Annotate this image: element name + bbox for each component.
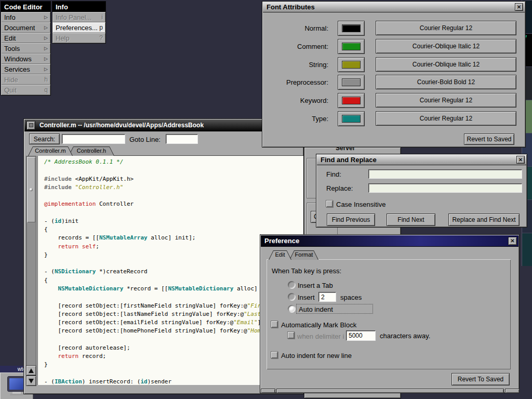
code-token: { — [44, 226, 48, 233]
window-resize-bar-left[interactable] — [261, 389, 275, 393]
menu-item-tools[interactable]: Tools▷ — [1, 43, 50, 54]
code-token: [record autorelease]; — [44, 344, 130, 351]
color-swatch-keyword — [342, 97, 361, 104]
replace-input[interactable] — [368, 183, 522, 193]
info-submenu-title[interactable]: Info — [52, 2, 105, 12]
font-attr-label-normal: Normal: — [262, 24, 328, 32]
font-button-preprocessor[interactable]: Courier-Bold Bold 12 — [376, 75, 516, 89]
font-attributes-window: Font Attributes ✕ Normal:Courier Regular… — [262, 1, 526, 148]
find-input[interactable] — [368, 169, 522, 179]
find-next-button[interactable]: Find Next — [387, 214, 435, 226]
radio-insert-a-tab[interactable] — [288, 281, 296, 289]
menu-item-label: Quit — [4, 86, 44, 94]
close-icon[interactable]: ✕ — [516, 156, 525, 164]
color-swatch-button-string[interactable] — [338, 57, 365, 72]
menu-item-hide[interactable]: Hideh — [1, 74, 50, 85]
code-token: alloc] init]; — [148, 234, 196, 241]
menu-item-key: h — [44, 76, 48, 83]
menu-item-label: Preferences... — [56, 24, 99, 32]
when-tab-key-label: When Tab key is press: — [272, 267, 341, 275]
color-swatch-button-comment[interactable] — [338, 39, 365, 54]
tab-controller-h[interactable]: Controller.h — [69, 147, 114, 156]
desktop: { "ui": { "desktop_bg": "#2e2e3e", "wind… — [0, 0, 532, 399]
goto-line-input[interactable] — [166, 134, 198, 144]
main-menu-title[interactable]: Code Editor — [1, 2, 50, 12]
editor-window-title: Controller.m -- /usr/home/dvu/devel/Apps… — [39, 122, 204, 129]
close-icon[interactable]: ✕ — [508, 237, 517, 245]
automatically-mark-block-checkbox[interactable] — [271, 321, 278, 328]
replace-and-find-next-button[interactable]: Replace and Find Next — [448, 214, 520, 226]
code-line: @implementation Controller — [44, 200, 303, 208]
submenu-item-help[interactable]: Help? — [52, 33, 105, 43]
scrollbar-thumb[interactable] — [27, 157, 35, 222]
menu-item-info[interactable]: Info▷ — [1, 12, 50, 22]
submenu-arrow-icon: ▷ — [44, 46, 48, 51]
menu-item-edit[interactable]: Edit▷ — [1, 33, 50, 43]
menu-item-windows[interactable]: Windows▷ — [1, 54, 50, 64]
tab-edit[interactable]: Edit — [269, 250, 291, 260]
color-swatch-button-normal[interactable] — [338, 21, 365, 36]
obscured-title-fragment: Server — [336, 148, 372, 152]
submenu-item-preferences[interactable]: Preferences...p — [52, 22, 105, 33]
code-token: ; — [96, 243, 99, 250]
menu-item-key: ? — [99, 34, 103, 42]
preference-title-bar[interactable]: Preference ✕ — [261, 235, 518, 247]
close-icon[interactable]: ✕ — [515, 3, 523, 11]
delimiter-distance-input[interactable] — [346, 330, 376, 341]
code-token: [record setObject:[homePhoneField string… — [44, 327, 247, 334]
window-resize-bar-middle[interactable] — [276, 389, 504, 393]
font-attr-label-keyword: Keyword: — [262, 97, 328, 104]
search-button[interactable]: Search: — [29, 134, 60, 144]
submenu-arrow-icon: ▷ — [44, 56, 48, 61]
code-token: [record setObject:[emailField stringValu… — [44, 319, 233, 326]
miniaturize-icon — [29, 123, 33, 127]
miniaturize-button[interactable] — [26, 121, 35, 130]
menu-item-label: Document — [4, 24, 44, 32]
font-button-comment[interactable]: Courier-Oblique Italic 12 — [376, 39, 516, 54]
revert-to-saved-button[interactable]: Revert To Saved — [451, 373, 510, 385]
font-button-keyword[interactable]: Courier Regular 12 — [376, 93, 516, 108]
menu-item-document[interactable]: Document▷ — [1, 22, 50, 33]
find-previous-button[interactable]: Find Previous — [327, 214, 375, 226]
revert-to-saved-button[interactable]: Revert to Saved — [464, 134, 514, 145]
font-button-type[interactable]: Courier Regular 12 — [376, 111, 516, 126]
code-token: #include — [44, 176, 72, 182]
editor-title-bar[interactable]: Controller.m -- /usr/home/dvu/devel/Apps… — [24, 119, 303, 131]
font-attributes-title-bar[interactable]: Font Attributes ✕ — [263, 2, 525, 12]
menu-item-label: Info — [4, 14, 44, 21]
font-button-string[interactable]: Courier-Oblique Italic 12 — [376, 57, 516, 72]
find-replace-title: Find and Replace — [321, 156, 377, 164]
tab-controller-m[interactable]: Controller.m — [28, 147, 73, 156]
dock-tile[interactable] — [522, 233, 532, 266]
spaces-count-input[interactable] — [318, 292, 336, 302]
search-input[interactable] — [62, 134, 125, 144]
color-swatch-string — [342, 61, 361, 69]
font-button-normal[interactable]: Courier Regular 12 — [376, 21, 516, 35]
code-token: - ( — [44, 378, 55, 385]
scroll-up-button[interactable] — [26, 365, 36, 376]
menu-item-services[interactable]: Services▷ — [1, 64, 50, 74]
submenu-item-info-panel[interactable]: Info Panel...i — [52, 12, 105, 22]
code-token: - ( — [44, 218, 55, 224]
code-token: *)createRecord — [96, 268, 147, 275]
color-swatch-button-preprocessor[interactable] — [338, 75, 365, 90]
code-token: [record setObject:[firstNameField string… — [44, 302, 247, 309]
code-token: - ( — [44, 268, 55, 275]
case-insensitive-checkbox[interactable] — [326, 200, 333, 207]
code-token: id — [140, 378, 147, 385]
color-swatch-button-keyword[interactable] — [338, 93, 365, 108]
menu-item-label: Info Panel... — [56, 14, 101, 21]
radio-auto-indent[interactable] — [288, 305, 296, 313]
tab-format[interactable]: Format — [289, 250, 318, 260]
auto-indent-new-line-checkbox[interactable] — [271, 351, 278, 358]
characters-away-label: characters away. — [380, 332, 430, 340]
scroll-down-button[interactable] — [26, 376, 36, 386]
menu-item-quit[interactable]: Quitq — [1, 85, 50, 95]
find-replace-title-bar[interactable]: Find and Replace ✕ — [317, 155, 526, 165]
when-delimiter-checkbox[interactable] — [287, 331, 295, 339]
radio-insert-spaces[interactable] — [288, 293, 296, 301]
vertical-scrollbar[interactable] — [26, 156, 36, 386]
window-resize-bar-right[interactable] — [505, 389, 520, 393]
find-label: Find: — [326, 170, 341, 178]
color-swatch-button-type[interactable] — [338, 111, 365, 126]
